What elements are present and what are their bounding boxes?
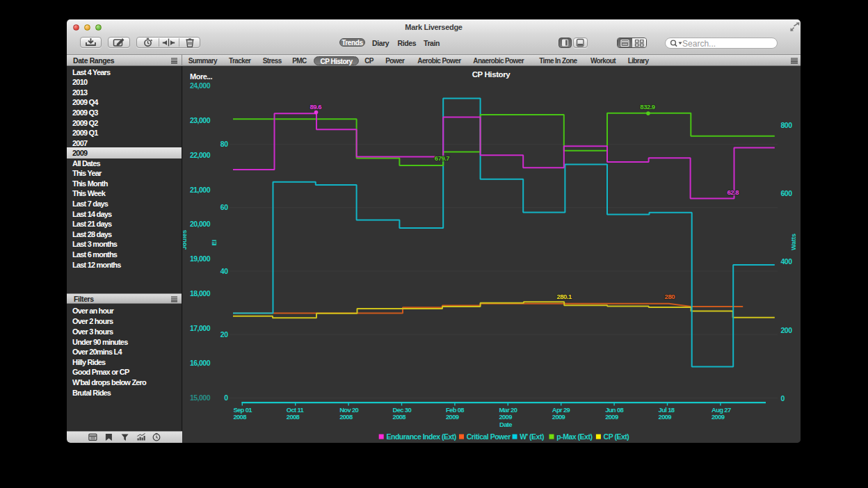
svg-text:15,000: 15,000	[190, 393, 211, 402]
svg-text:0: 0	[781, 394, 785, 402]
svg-text:600: 600	[781, 189, 793, 197]
svg-text:2009: 2009	[659, 413, 672, 421]
svg-text:23,000: 23,000	[190, 116, 211, 124]
svg-text:200: 200	[781, 326, 793, 334]
svg-text:2008: 2008	[393, 413, 406, 421]
svg-text:400: 400	[781, 257, 793, 266]
svg-text:2009: 2009	[605, 413, 618, 421]
svg-text:p-Max (Ext): p-Max (Ext)	[556, 432, 592, 441]
svg-text:800: 800	[781, 121, 793, 129]
svg-text:CP (Ext): CP (Ext)	[604, 432, 629, 441]
svg-text:280.1: 280.1	[556, 293, 572, 300]
svg-text:2008: 2008	[339, 413, 353, 421]
svg-text:CP History: CP History	[472, 70, 511, 79]
svg-text:0: 0	[224, 393, 228, 402]
svg-text:19,000: 19,000	[190, 254, 211, 263]
svg-text:40: 40	[220, 267, 228, 275]
svg-text:679.7: 679.7	[435, 154, 449, 162]
svg-text:20: 20	[220, 330, 228, 339]
svg-text:Date: Date	[499, 421, 512, 428]
svg-text:2009: 2009	[552, 413, 565, 421]
svg-text:Endurance Index (Ext): Endurance Index (Ext)	[387, 432, 456, 441]
svg-text:16,000: 16,000	[190, 359, 211, 367]
svg-text:62.8: 62.8	[728, 188, 739, 196]
svg-text:2009: 2009	[499, 413, 512, 421]
svg-text:89.6: 89.6	[310, 103, 321, 111]
svg-text:2008: 2008	[233, 413, 246, 421]
svg-text:24,000: 24,000	[190, 81, 211, 90]
svg-text:18,000: 18,000	[190, 289, 211, 298]
svg-text:2008: 2008	[287, 413, 300, 421]
svg-text:Watts: Watts	[790, 234, 797, 250]
svg-text:21,000: 21,000	[190, 186, 211, 194]
svg-text:2009: 2009	[712, 413, 725, 421]
svg-text:W' (Ext): W' (Ext)	[520, 432, 544, 441]
svg-text:More...: More...	[190, 72, 212, 81]
svg-text:Critical Power: Critical Power	[467, 432, 511, 441]
svg-text:EI: EI	[211, 240, 218, 246]
svg-text:2009: 2009	[446, 413, 459, 421]
svg-text:20,000: 20,000	[190, 220, 211, 228]
svg-text:80: 80	[220, 140, 228, 148]
svg-text:Joules: Joules	[183, 230, 188, 250]
svg-text:280: 280	[665, 293, 675, 300]
svg-text:832.9: 832.9	[640, 103, 654, 111]
svg-text:60: 60	[220, 203, 228, 211]
svg-text:17,000: 17,000	[190, 324, 211, 332]
svg-text:22,000: 22,000	[190, 151, 211, 159]
